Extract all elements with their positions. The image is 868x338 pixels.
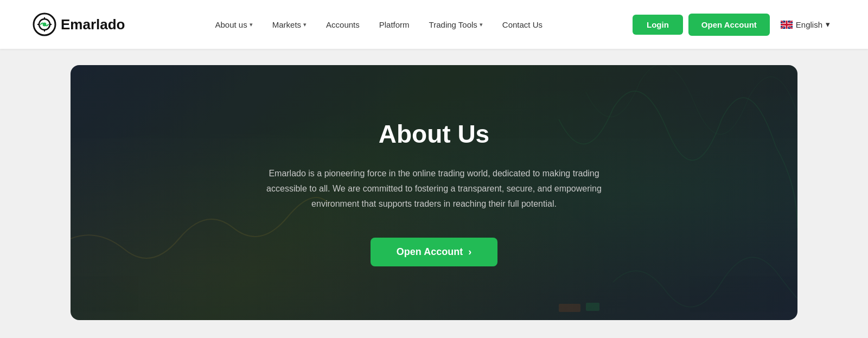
language-label: English — [796, 20, 822, 29]
open-account-button-nav[interactable]: Open Account — [688, 14, 770, 36]
nav-item-about[interactable]: About us ▾ — [207, 16, 260, 34]
navbar-actions: Login Open Account English ▾ — [633, 14, 835, 36]
chevron-down-icon: ▾ — [826, 20, 830, 29]
nav-item-trading-tools[interactable]: Trading Tools ▾ — [422, 16, 490, 34]
arrow-right-icon: › — [468, 246, 471, 258]
main-content: About Us Emarlado is a pioneering force … — [0, 49, 868, 336]
nav-menu: About us ▾ Markets ▾ Accounts Platform T… — [207, 16, 550, 34]
brand-logo-icon — [33, 12, 56, 36]
login-button[interactable]: Login — [633, 15, 683, 35]
flag-icon — [781, 21, 793, 29]
brand-name: Emarlado — [61, 16, 125, 33]
navbar: Emarlado About us ▾ Markets ▾ Accounts P… — [0, 0, 868, 49]
svg-rect-5 — [586, 303, 599, 311]
brand-logo-link[interactable]: Emarlado — [33, 12, 125, 36]
chevron-down-icon: ▾ — [303, 21, 307, 28]
language-selector[interactable]: English ▾ — [775, 16, 835, 33]
hero-title: About Us — [379, 119, 489, 149]
chevron-down-icon: ▾ — [480, 21, 483, 28]
hero-open-account-button[interactable]: Open Account › — [371, 238, 497, 266]
nav-item-platform[interactable]: Platform — [372, 16, 417, 34]
nav-item-accounts[interactable]: Accounts — [318, 16, 367, 34]
nav-item-markets[interactable]: Markets ▾ — [265, 16, 314, 34]
chevron-down-icon: ▾ — [250, 21, 253, 28]
svg-rect-4 — [559, 304, 580, 312]
hero-description: Emarlado is a pioneering force in the on… — [250, 166, 618, 212]
hero-section: About Us Emarlado is a pioneering force … — [71, 65, 797, 320]
nav-item-contact[interactable]: Contact Us — [495, 16, 550, 34]
